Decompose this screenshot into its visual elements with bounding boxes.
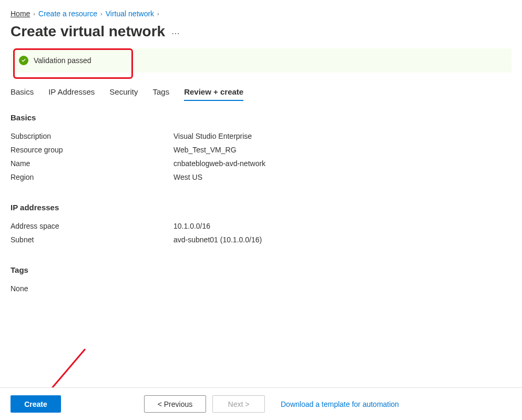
previous-button[interactable]: < Previous — [144, 395, 206, 413]
validation-banner: Validation passed — [11, 48, 511, 73]
chevron-right-icon: › — [100, 11, 103, 17]
chevron-right-icon: › — [157, 11, 159, 17]
section-title-tags: Tags — [11, 265, 511, 274]
download-template-link[interactable]: Download a template for automation — [281, 400, 399, 408]
value-subnet: avd-subnet01 (10.1.0.0/16) — [173, 235, 262, 244]
row-region: Region West US — [11, 170, 511, 184]
tabs: Basics IP Addresses Security Tags Review… — [11, 84, 511, 99]
label-name: Name — [11, 159, 173, 168]
breadcrumb-create-resource[interactable]: Create a resource — [38, 9, 97, 18]
value-resource-group: Web_Test_VM_RG — [173, 146, 237, 154]
footer: Create < Previous Next > Download a temp… — [0, 387, 522, 420]
value-name: cnbateblogweb-avd-network — [173, 159, 265, 168]
section-title-basics: Basics — [11, 113, 511, 122]
row-resource-group: Resource group Web_Test_VM_RG — [11, 143, 511, 157]
section-title-ip: IP addresses — [11, 203, 511, 212]
chevron-right-icon: › — [33, 11, 35, 17]
tab-basics[interactable]: Basics — [11, 84, 34, 99]
value-region: West US — [173, 173, 202, 181]
row-subscription: Subscription Visual Studio Enterprise — [11, 129, 511, 143]
row-subnet: Subnet avd-subnet01 (10.1.0.0/16) — [11, 233, 511, 247]
breadcrumb-home[interactable]: Home — [11, 9, 30, 18]
label-subnet: Subnet — [11, 235, 173, 244]
value-tags-none: None — [11, 284, 173, 293]
label-region: Region — [11, 173, 173, 181]
next-button: Next > — [212, 395, 265, 413]
tab-review-create[interactable]: Review + create — [184, 84, 243, 99]
row-name: Name cnbateblogweb-avd-network — [11, 157, 511, 170]
breadcrumb: Home › Create a resource › Virtual netwo… — [0, 0, 522, 20]
value-subscription: Visual Studio Enterprise — [173, 132, 252, 140]
page-title-row: Create virtual network ⋯ — [0, 20, 522, 48]
label-resource-group: Resource group — [11, 146, 173, 154]
validation-message: Validation passed — [34, 56, 91, 65]
tab-security[interactable]: Security — [109, 84, 138, 99]
tab-tags[interactable]: Tags — [153, 84, 170, 99]
tab-ip-addresses[interactable]: IP Addresses — [48, 84, 95, 99]
create-button[interactable]: Create — [11, 395, 61, 413]
breadcrumb-virtual-network[interactable]: Virtual network — [106, 9, 154, 18]
row-address-space: Address space 10.1.0.0/16 — [11, 219, 511, 233]
label-subscription: Subscription — [11, 132, 173, 140]
more-actions-icon[interactable]: ⋯ — [171, 25, 181, 38]
label-address-space: Address space — [11, 222, 173, 230]
check-circle-icon — [19, 56, 28, 65]
page-title: Create virtual network — [11, 23, 165, 40]
row-tags-none: None — [11, 282, 511, 295]
value-address-space: 10.1.0.0/16 — [173, 222, 210, 230]
